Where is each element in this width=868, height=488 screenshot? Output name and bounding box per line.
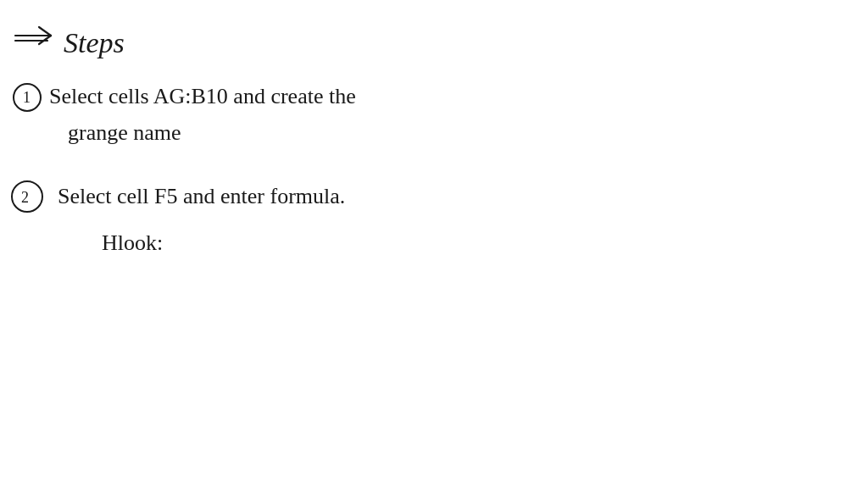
handwritten-content: Steps 1 Select cells AG:B10 and create t… xyxy=(0,0,868,488)
step2-number: 2 xyxy=(21,189,29,206)
step1-line2: grange name xyxy=(68,120,181,145)
heading-text: Steps xyxy=(64,27,125,58)
step1-line1: Select cells AG:B10 and create the xyxy=(49,84,356,108)
page: Steps 1 Select cells AG:B10 and create t… xyxy=(0,0,868,488)
svg-line-1 xyxy=(39,27,51,36)
step1-number: 1 xyxy=(23,89,31,106)
step2-line2: Hlook: xyxy=(102,230,163,255)
arrow-icon xyxy=(15,27,51,44)
step2-line1: Select cell F5 and enter formula. xyxy=(58,184,345,208)
